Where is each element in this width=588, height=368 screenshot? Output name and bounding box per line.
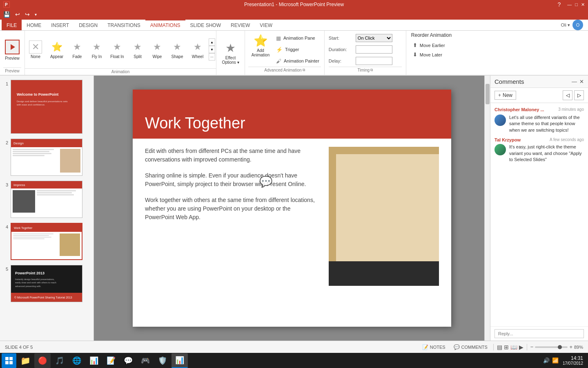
slide-thumb-5[interactable]: 5 PowerPoint 2013 Instantly design beaut…	[2, 264, 92, 303]
redo-button[interactable]: ↪	[23, 10, 31, 18]
anim-appear[interactable]: ⭐ Appear	[46, 38, 67, 61]
slide-thumb-1[interactable]: 1 Welcome to PowerPoint Design and deliv…	[2, 79, 92, 135]
animation-scroll[interactable]: ▲ ▼ ⋯	[208, 38, 216, 61]
slide-image-5: PowerPoint 2013 Instantly design beautif…	[11, 265, 82, 302]
svg-marker-2	[11, 44, 15, 50]
slide-4-image	[60, 233, 80, 256]
notes-icon: 📝	[422, 344, 428, 350]
anim-floatin[interactable]: ★ Float In	[107, 38, 128, 61]
move-later-button[interactable]: ⬇ Move Later	[411, 50, 452, 59]
tab-animations[interactable]: ANIMATIONS	[145, 20, 185, 30]
zoom-slider[interactable]	[535, 346, 568, 348]
zoom-out-button[interactable]: −	[530, 344, 534, 350]
comment-reply: Tal Krzypow A few seconds ago It's easy,…	[494, 137, 584, 163]
taskbar-excel[interactable]: 📊	[86, 353, 102, 368]
anim-shape[interactable]: ★ Shape	[167, 38, 187, 61]
taskbar-chrome[interactable]: 🔴	[34, 353, 51, 368]
quick-access-toolbar[interactable]: 💾 ↩ ↪ ▾	[2, 10, 38, 18]
trigger-label: Trigger	[285, 47, 299, 52]
tab-design[interactable]: DESIGN	[74, 20, 102, 30]
comment-time-2: A few seconds ago	[550, 137, 584, 142]
appear-label: Appear	[50, 54, 63, 59]
anim-flyin[interactable]: ★ Fly In	[87, 38, 107, 61]
anim-fade[interactable]: ★ Fade	[67, 38, 87, 61]
comments-controls[interactable]: — ✕	[572, 79, 584, 85]
tab-view[interactable]: VIEW	[255, 20, 277, 30]
reply-input[interactable]	[494, 329, 584, 338]
adv-anim-expand-icon[interactable]: ⧉	[303, 68, 305, 72]
normal-view-button[interactable]: ▤	[497, 344, 502, 350]
anim-split[interactable]: ★ Split	[128, 38, 147, 61]
tab-insert[interactable]: INSERT	[46, 20, 74, 30]
notes-button[interactable]: 📝 NOTES	[420, 343, 448, 351]
scroll-up-button[interactable]: ▲	[209, 38, 215, 46]
powerpoint-icon: 📊	[175, 356, 184, 365]
slide-number-2: 2	[2, 140, 8, 145]
window-controls[interactable]: ? ― □ ✕	[558, 1, 585, 8]
slide-panel: 1 Welcome to PowerPoint Design and deliv…	[0, 76, 94, 341]
advanced-animation-label: Advanced Animation ⧉	[248, 67, 321, 73]
slideshow-button[interactable]: ▶	[519, 344, 523, 350]
effect-options-button[interactable]: ★ EffectOptions ▾	[216, 31, 245, 75]
comment-prev-button[interactable]: ◁	[563, 90, 572, 100]
slide-thumb-4[interactable]: 4 Work Together	[2, 222, 92, 261]
comments-nav[interactable]: ◁ ▷	[563, 90, 584, 100]
slide-thumb-3[interactable]: 3 Impress	[2, 180, 92, 219]
anim-wipe[interactable]: ★ Wipe	[147, 38, 167, 61]
duration-input[interactable]	[356, 45, 392, 54]
canvas-scroll-thumb[interactable]	[486, 84, 490, 104]
comment-next-button[interactable]: ▷	[574, 90, 584, 100]
system-tray[interactable]: 🔊 📶	[543, 357, 559, 364]
taskbar-word[interactable]: 📝	[103, 353, 119, 368]
anim-wheel[interactable]: ★ Wheel	[187, 38, 208, 61]
none-label: None	[31, 54, 40, 59]
tray-network[interactable]: 📶	[552, 357, 559, 364]
taskbar-skype[interactable]: 💬	[120, 353, 136, 368]
zoom-in-button[interactable]: +	[569, 344, 572, 350]
slide-sorter-button[interactable]: ⊞	[504, 344, 509, 350]
taskbar-ie[interactable]: 🌐	[69, 353, 85, 368]
taskbar-explorer[interactable]: 📁	[17, 353, 33, 368]
tab-review[interactable]: REVIEW	[226, 20, 255, 30]
taskbar-powerpoint[interactable]: 📊	[172, 353, 188, 368]
taskbar-steam[interactable]: 🎮	[137, 353, 154, 368]
anim-none[interactable]: ✕ None	[25, 38, 46, 61]
clock[interactable]: 14:31 17/07/2012	[563, 355, 583, 366]
status-right: 📝 NOTES 💬 COMMENTS ▤ ⊞ 📖 ▶ − + 89%	[420, 343, 583, 351]
taskbar-music[interactable]: 🎵	[51, 353, 68, 368]
tray-volume[interactable]: 🔊	[543, 357, 550, 364]
move-earlier-button[interactable]: ⬆ Move Earlier	[411, 40, 452, 50]
new-comment-button[interactable]: + New	[494, 91, 516, 100]
tab-home[interactable]: HOME	[22, 20, 46, 30]
preview-button[interactable]: Preview	[3, 32, 21, 67]
scroll-down-button[interactable]: ▼	[209, 46, 215, 53]
reading-view-button[interactable]: 📖	[510, 344, 517, 350]
canvas-scrollbar[interactable]	[484, 76, 490, 341]
zoom-control[interactable]: − + 89%	[530, 344, 583, 350]
save-button[interactable]: 💾	[2, 10, 12, 18]
timing-expand-icon[interactable]: ⧉	[370, 68, 373, 72]
slide-thumb-2[interactable]: 2 Design	[2, 138, 92, 177]
duration-row: Duration:	[329, 45, 402, 54]
start-dropdown[interactable]: On Click With Previous After Previous	[356, 34, 392, 42]
taskbar-norton[interactable]: 🛡️	[154, 353, 171, 368]
add-animation-button[interactable]: ⭐ AddAnimation	[248, 32, 273, 67]
comments-minimize-button[interactable]: —	[572, 79, 577, 85]
start-button[interactable]	[2, 353, 16, 368]
clock-date: 17/07/2012	[563, 361, 583, 366]
delay-input[interactable]	[356, 57, 392, 65]
scroll-more-button[interactable]: ⋯	[209, 53, 215, 61]
comments-status-button[interactable]: 💬 COMMENTS	[451, 343, 490, 351]
animation-pane-button[interactable]: ▦ Animation Pane	[274, 34, 321, 42]
comments-close-button[interactable]: ✕	[579, 79, 584, 85]
animation-painter-button[interactable]: 🖌 Animation Painter	[274, 57, 321, 65]
customize-button[interactable]: ▾	[33, 11, 38, 18]
steam-icon: 🎮	[141, 356, 150, 365]
tab-file[interactable]: FILE	[2, 20, 22, 30]
slide-number-4: 4	[2, 224, 8, 229]
excel-icon: 📊	[89, 356, 98, 365]
tab-slideshow[interactable]: SLIDE SHOW	[185, 20, 226, 30]
undo-button[interactable]: ↩	[13, 10, 22, 18]
trigger-button[interactable]: ⚡ Trigger	[274, 46, 321, 54]
tab-transitions[interactable]: TRANSITIONS	[102, 20, 145, 30]
